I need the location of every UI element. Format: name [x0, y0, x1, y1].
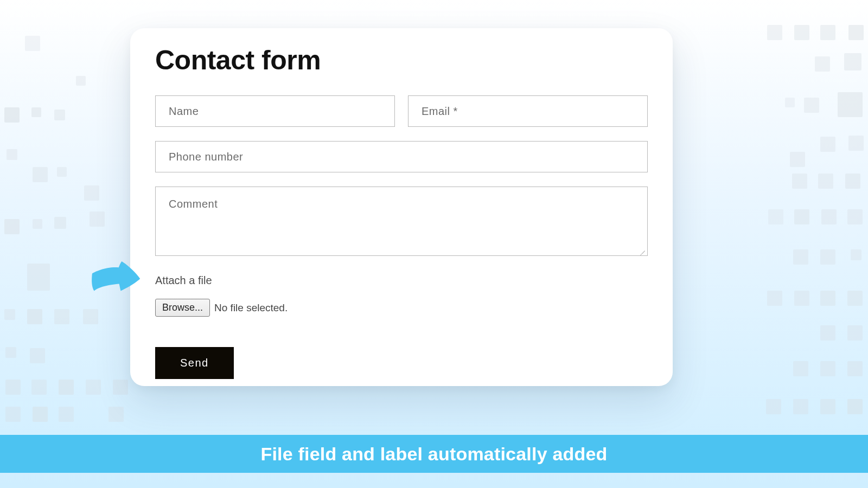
comment-textarea[interactable] [169, 198, 634, 245]
textarea-resize-handle-icon[interactable] [637, 246, 645, 253]
file-upload-row: Browse... No file selected. [155, 299, 648, 317]
form-title: Contact form [155, 44, 648, 76]
email-field-wrapper [408, 95, 648, 127]
email-input[interactable] [422, 105, 634, 118]
file-status-text: No file selected. [214, 302, 288, 314]
caption-text: File field and label automatically added [260, 444, 607, 465]
name-field-wrapper [155, 95, 395, 127]
send-button[interactable]: Send [155, 347, 234, 379]
phone-input[interactable] [169, 151, 634, 163]
caption-banner: File field and label automatically added [0, 435, 868, 473]
phone-field-wrapper [155, 141, 648, 172]
comment-field-wrapper [155, 187, 648, 256]
browse-button[interactable]: Browse... [155, 299, 210, 317]
name-input[interactable] [169, 105, 381, 118]
contact-form-card: Contact form Attach a file Browse... No … [130, 28, 673, 386]
attach-file-label: Attach a file [155, 274, 648, 287]
